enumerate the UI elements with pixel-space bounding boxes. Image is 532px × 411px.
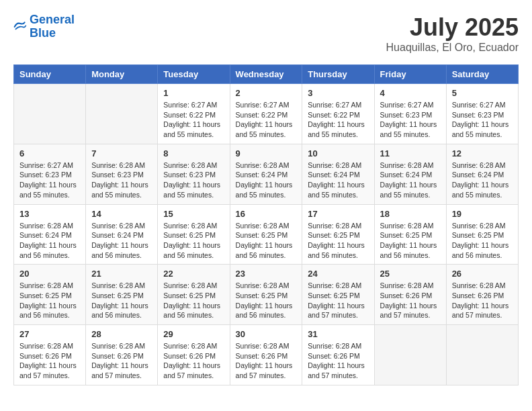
day-header-thursday: Thursday (302, 65, 374, 84)
day-number: 22 (163, 269, 224, 279)
day-number: 28 (91, 329, 152, 339)
calendar-cell: 15Sunrise: 6:28 AMSunset: 6:25 PMDayligh… (158, 204, 230, 265)
day-number: 5 (452, 88, 513, 98)
location: Huaquillas, El Oro, Ecuador (386, 42, 519, 54)
calendar-cell: 24Sunrise: 6:28 AMSunset: 6:25 PMDayligh… (302, 265, 374, 325)
day-info: Sunrise: 6:28 AMSunset: 6:24 PMDaylight:… (380, 161, 441, 200)
calendar-cell: 19Sunrise: 6:28 AMSunset: 6:25 PMDayligh… (446, 204, 518, 265)
day-header-wednesday: Wednesday (230, 65, 302, 84)
day-info: Sunrise: 6:28 AMSunset: 6:25 PMDaylight:… (163, 221, 224, 261)
day-number: 8 (163, 148, 224, 158)
day-info: Sunrise: 6:27 AMSunset: 6:23 PMDaylight:… (452, 100, 513, 140)
day-header-monday: Monday (86, 65, 158, 84)
calendar-cell: 13Sunrise: 6:28 AMSunset: 6:24 PMDayligh… (14, 204, 86, 265)
calendar-cell: 10Sunrise: 6:28 AMSunset: 6:24 PMDayligh… (302, 144, 374, 204)
day-number: 4 (380, 88, 441, 98)
calendar-cell: 1Sunrise: 6:27 AMSunset: 6:22 PMDaylight… (158, 84, 230, 144)
calendar-cell: 21Sunrise: 6:28 AMSunset: 6:25 PMDayligh… (86, 265, 158, 325)
day-info: Sunrise: 6:28 AMSunset: 6:26 PMDaylight:… (308, 341, 368, 381)
day-info: Sunrise: 6:28 AMSunset: 6:25 PMDaylight:… (308, 281, 368, 320)
day-info: Sunrise: 6:27 AMSunset: 6:22 PMDaylight:… (308, 100, 368, 140)
calendar-cell: 18Sunrise: 6:28 AMSunset: 6:25 PMDayligh… (374, 204, 446, 265)
calendar-cell: 28Sunrise: 6:28 AMSunset: 6:26 PMDayligh… (86, 325, 158, 385)
day-number: 20 (19, 269, 80, 279)
calendar-cell: 16Sunrise: 6:28 AMSunset: 6:25 PMDayligh… (230, 204, 302, 265)
calendar-cell: 23Sunrise: 6:28 AMSunset: 6:25 PMDayligh… (230, 265, 302, 325)
calendar-cell: 27Sunrise: 6:28 AMSunset: 6:26 PMDayligh… (14, 325, 86, 385)
day-number: 18 (380, 209, 441, 219)
calendar-cell: 30Sunrise: 6:28 AMSunset: 6:26 PMDayligh… (230, 325, 302, 385)
day-info: Sunrise: 6:27 AMSunset: 6:22 PMDaylight:… (163, 100, 224, 140)
day-number: 17 (308, 209, 368, 219)
day-number: 30 (236, 329, 297, 339)
day-number: 25 (380, 269, 441, 279)
logo-general: General (30, 13, 75, 26)
day-info: Sunrise: 6:28 AMSunset: 6:26 PMDaylight:… (163, 341, 224, 381)
day-number: 14 (91, 209, 152, 219)
calendar-cell (14, 84, 86, 144)
calendar-cell (374, 325, 446, 385)
week-row-5: 27Sunrise: 6:28 AMSunset: 6:26 PMDayligh… (14, 325, 519, 385)
day-number: 23 (236, 269, 297, 279)
calendar-table: SundayMondayTuesdayWednesdayThursdayFrid… (13, 64, 519, 385)
day-number: 13 (19, 209, 80, 219)
day-number: 6 (19, 148, 80, 158)
calendar-cell: 7Sunrise: 6:28 AMSunset: 6:23 PMDaylight… (86, 144, 158, 204)
day-info: Sunrise: 6:28 AMSunset: 6:24 PMDaylight:… (308, 161, 368, 200)
day-info: Sunrise: 6:28 AMSunset: 6:25 PMDaylight:… (163, 281, 224, 320)
calendar-cell: 29Sunrise: 6:28 AMSunset: 6:26 PMDayligh… (158, 325, 230, 385)
week-row-2: 6Sunrise: 6:27 AMSunset: 6:23 PMDaylight… (14, 144, 519, 204)
calendar-cell (86, 84, 158, 144)
logo-icon (13, 20, 27, 34)
day-info: Sunrise: 6:28 AMSunset: 6:26 PMDaylight:… (452, 281, 513, 320)
calendar-header: SundayMondayTuesdayWednesdayThursdayFrid… (14, 65, 519, 84)
day-info: Sunrise: 6:27 AMSunset: 6:23 PMDaylight:… (19, 161, 80, 200)
calendar-cell: 12Sunrise: 6:28 AMSunset: 6:24 PMDayligh… (446, 144, 518, 204)
calendar-cell: 17Sunrise: 6:28 AMSunset: 6:25 PMDayligh… (302, 204, 374, 265)
day-info: Sunrise: 6:28 AMSunset: 6:23 PMDaylight:… (163, 161, 224, 200)
day-number: 27 (19, 329, 80, 339)
calendar-cell: 11Sunrise: 6:28 AMSunset: 6:24 PMDayligh… (374, 144, 446, 204)
day-info: Sunrise: 6:28 AMSunset: 6:25 PMDaylight:… (236, 281, 297, 320)
day-info: Sunrise: 6:28 AMSunset: 6:25 PMDaylight:… (91, 281, 152, 320)
calendar-cell: 20Sunrise: 6:28 AMSunset: 6:25 PMDayligh… (14, 265, 86, 325)
day-number: 16 (236, 209, 297, 219)
calendar-cell: 2Sunrise: 6:27 AMSunset: 6:22 PMDaylight… (230, 84, 302, 144)
day-info: Sunrise: 6:28 AMSunset: 6:25 PMDaylight:… (452, 221, 513, 261)
week-row-4: 20Sunrise: 6:28 AMSunset: 6:25 PMDayligh… (14, 265, 519, 325)
day-number: 1 (163, 88, 224, 98)
day-info: Sunrise: 6:28 AMSunset: 6:26 PMDaylight:… (236, 341, 297, 381)
calendar-cell: 3Sunrise: 6:27 AMSunset: 6:22 PMDaylight… (302, 84, 374, 144)
calendar-cell: 8Sunrise: 6:28 AMSunset: 6:23 PMDaylight… (158, 144, 230, 204)
calendar-cell: 6Sunrise: 6:27 AMSunset: 6:23 PMDaylight… (14, 144, 86, 204)
calendar-cell (446, 325, 518, 385)
day-number: 9 (236, 148, 297, 158)
calendar-cell: 26Sunrise: 6:28 AMSunset: 6:26 PMDayligh… (446, 265, 518, 325)
day-number: 26 (452, 269, 513, 279)
day-number: 21 (91, 269, 152, 279)
day-info: Sunrise: 6:28 AMSunset: 6:24 PMDaylight:… (236, 161, 297, 200)
day-info: Sunrise: 6:28 AMSunset: 6:23 PMDaylight:… (91, 161, 152, 200)
day-header-saturday: Saturday (446, 65, 518, 84)
day-info: Sunrise: 6:28 AMSunset: 6:26 PMDaylight:… (91, 341, 152, 381)
day-number: 19 (452, 209, 513, 219)
day-info: Sunrise: 6:28 AMSunset: 6:26 PMDaylight:… (19, 341, 80, 381)
day-number: 29 (163, 329, 224, 339)
day-info: Sunrise: 6:28 AMSunset: 6:24 PMDaylight:… (91, 221, 152, 261)
calendar-cell: 31Sunrise: 6:28 AMSunset: 6:26 PMDayligh… (302, 325, 374, 385)
calendar-cell: 22Sunrise: 6:28 AMSunset: 6:25 PMDayligh… (158, 265, 230, 325)
day-info: Sunrise: 6:28 AMSunset: 6:24 PMDaylight:… (452, 161, 513, 200)
day-info: Sunrise: 6:28 AMSunset: 6:25 PMDaylight:… (308, 221, 368, 261)
day-number: 2 (236, 88, 297, 98)
day-number: 7 (91, 148, 152, 158)
calendar-cell: 4Sunrise: 6:27 AMSunset: 6:23 PMDaylight… (374, 84, 446, 144)
calendar-cell: 9Sunrise: 6:28 AMSunset: 6:24 PMDaylight… (230, 144, 302, 204)
day-info: Sunrise: 6:28 AMSunset: 6:25 PMDaylight:… (236, 221, 297, 261)
day-info: Sunrise: 6:27 AMSunset: 6:22 PMDaylight:… (236, 100, 297, 140)
day-header-tuesday: Tuesday (158, 65, 230, 84)
day-info: Sunrise: 6:28 AMSunset: 6:26 PMDaylight:… (380, 281, 441, 320)
day-number: 3 (308, 88, 368, 98)
calendar-cell: 25Sunrise: 6:28 AMSunset: 6:26 PMDayligh… (374, 265, 446, 325)
day-header-friday: Friday (374, 65, 446, 84)
calendar-body: 1Sunrise: 6:27 AMSunset: 6:22 PMDaylight… (14, 84, 519, 385)
